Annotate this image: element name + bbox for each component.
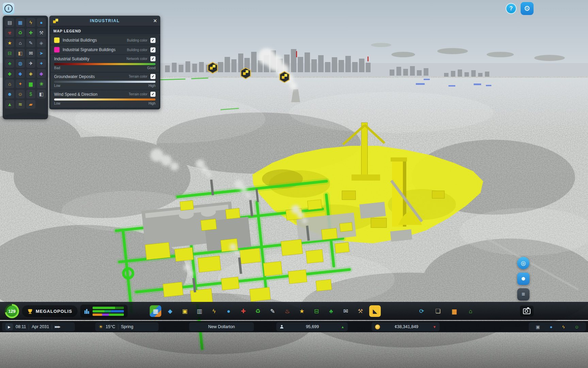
legend-checkbox[interactable]: ✓ [150,38,156,43]
play-button[interactable]: ▶ [5,323,13,330]
infoview-roads[interactable]: ▦ [16,18,25,27]
legend-checkbox[interactable]: ✓ [150,56,156,61]
infoview-attractions[interactable]: ✦ [37,59,46,68]
info-mode-button[interactable]: i [3,3,14,14]
infoview-administration[interactable]: ⌂ [16,39,25,47]
infoview-education[interactable]: ✎ [26,39,35,47]
map-overview-button[interactable]: ◎ [517,257,529,269]
infoview-progression[interactable]: ▤ [5,18,14,27]
city-status-icons: ▣ ● ϟ ☺ [529,322,586,331]
water-status-icon[interactable]: ● [550,324,553,329]
photo-mode-button[interactable] [520,306,534,317]
infoview-happiness[interactable]: ☺ [16,90,25,98]
infoview-zones-residential[interactable]: ◆ [5,69,14,78]
infoview-statistics[interactable]: ▆ [26,79,35,88]
areas-tool[interactable]: ◆ [164,305,176,317]
legend-type-label: Terrain color [129,92,147,96]
map-tiles-button[interactable]: ❏ [432,305,444,317]
panel-title: INDUSTRIAL [49,18,160,23]
legend-checkbox[interactable]: ✓ [150,92,156,97]
infoview-natural-resources[interactable]: ◈ [26,69,35,78]
infoview-cargo[interactable]: ◧ [16,49,25,58]
legend-item-groundwater-deposits: Groundwater Deposits Terrain color ✓ Low… [51,73,159,90]
legend-item-industrial-suitability: Industrial Suitability Network color ✓ B… [51,55,159,72]
infoview-garbage[interactable]: ♻ [16,28,25,37]
garbage-tool[interactable]: ♻ [252,305,264,317]
weather-widget[interactable]: ☀ 15°C Spring [95,322,159,331]
infoview-economy[interactable]: ◧ [37,90,46,98]
infoview-healthcare[interactable]: ✚ [26,28,35,37]
sun-icon: ☀ [99,324,103,329]
electricity-tool[interactable]: ϟ [208,305,220,317]
infoview-maintenance[interactable]: ⚒ [37,28,46,37]
infoview-land-value[interactable]: ⌂ [5,79,14,88]
industry-map-marker[interactable] [241,68,250,79]
infoview-water[interactable]: ● [37,18,46,27]
broadcast-status-icon[interactable]: ▣ [536,324,540,329]
population-widget[interactable]: 95,699 ▲ [276,322,348,331]
environment-button[interactable]: ⌂ [465,305,476,317]
happiness-status-icon[interactable]: ☺ [574,324,579,329]
gradient-max-label: High [148,84,156,88]
infoview-zones-commercial[interactable]: ◆ [16,69,25,78]
electricity-status-icon[interactable]: ϟ [562,324,565,329]
money-trend-down-icon: ▼ [433,325,436,329]
xp-level-badge[interactable]: 129 [5,304,19,318]
status-bar: ▶ 08:11 Apr 2031 ▶▶▶ ☀ 15°C Spring New D… [0,321,588,332]
infoview-research[interactable]: ◈ [37,39,46,47]
close-icon[interactable]: × [153,18,157,24]
infoview-wind[interactable]: ≋ [16,100,25,109]
infoview-terrain[interactable]: ▲ [5,100,14,109]
roads-tool[interactable]: ▥ [194,305,205,317]
infoview-recreation[interactable]: ◍ [16,59,25,68]
infoview-transportation[interactable]: ⊟ [5,49,14,58]
landscaping-tool[interactable]: ⚒ [355,305,366,317]
zones-tool[interactable]: ▦ [150,305,161,317]
city-log-button[interactable]: ≡ [517,288,529,301]
legend-checkbox[interactable]: ✓ [150,74,156,79]
production-chains-button[interactable]: ⟳ [416,305,427,317]
time-controls: ▶ 08:11 Apr 2031 ▶▶▶ [2,322,75,331]
industry-areas-tool[interactable]: ▣ [179,305,191,317]
infoview-pollution[interactable]: ☣ [5,28,14,37]
water-sewage-tool[interactable]: ● [223,305,234,317]
healthcare-tool[interactable]: ✚ [238,305,249,317]
education-tool[interactable]: ✎ [267,305,278,317]
infoview-parks[interactable]: ♣ [5,59,14,68]
city-name-widget[interactable]: New Dollarton [189,322,254,331]
infoview-police[interactable]: ★ [5,39,14,47]
police-tool[interactable]: ★ [296,305,308,317]
transportation-tool[interactable]: ⊟ [311,305,322,317]
infoview-citizens[interactable]: ☻ [5,90,14,98]
bulldozer-tool[interactable]: ◣ [369,305,381,317]
communications-tool[interactable]: ✉ [340,305,352,317]
infoview-postal[interactable]: ➤ [37,49,46,58]
legend-label: Industrial Buildings [63,38,127,43]
industry-map-marker[interactable] [208,62,217,73]
infoview-money[interactable]: $ [26,90,35,98]
parks-recreation-tool[interactable]: ♣ [325,305,337,317]
industry-map-marker[interactable] [280,72,289,82]
statistics-button[interactable]: ▆ [448,305,460,317]
fast-forward-button[interactable]: ▶▶▶ [55,325,60,328]
legend-item-industrial-signature-buildings: Industrial Signature Buildings Building … [51,45,159,54]
infoview-greenery[interactable]: ❀ [37,79,46,88]
help-button[interactable]: ? [506,3,517,14]
demand-widget[interactable] [80,305,128,318]
color-swatch [54,47,60,52]
infoview-communications[interactable]: ✉ [26,49,35,58]
fire-rescue-tool[interactable]: ♨ [281,305,293,317]
money-icon [375,324,380,329]
legend-checkbox[interactable]: ✓ [150,47,156,52]
infoview-tourism[interactable]: ✈ [26,59,35,68]
citizens-panel-button[interactable]: ☻ [517,273,529,285]
infoview-fertile-land[interactable]: ▰ [26,100,35,109]
money-widget[interactable]: ¢38,341,849 ▼ [372,322,440,331]
milestone-pill[interactable]: MEGALOPOLIS [22,305,78,317]
infoview-electricity[interactable]: ϟ [26,18,35,27]
infoview-zones-office[interactable]: ◆ [37,69,46,78]
infoview-signature-buildings[interactable]: ✦ [16,79,25,88]
settings-button[interactable]: ⚙ [521,2,534,15]
help-icon: ? [509,5,513,12]
milestone-name: MEGALOPOLIS [36,309,72,314]
